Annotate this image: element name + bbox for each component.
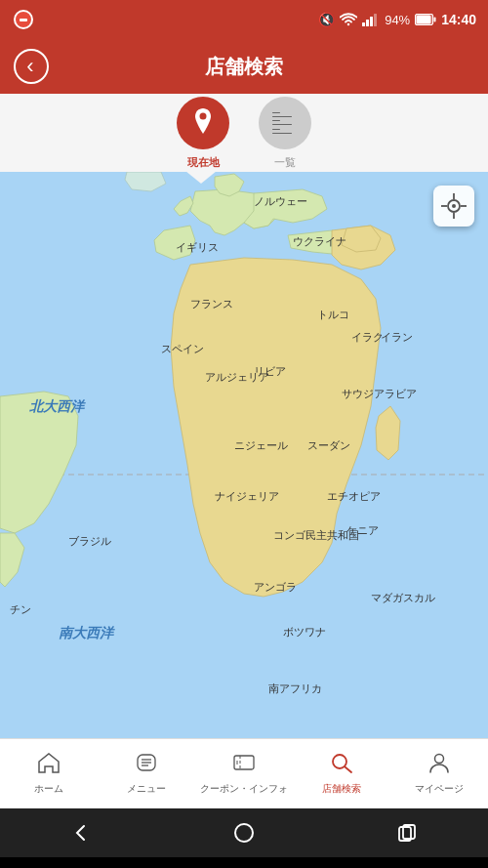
android-nav-bar xyxy=(0,808,488,857)
tab-current-location[interactable]: 現在地 xyxy=(177,97,229,170)
status-icons: 🔇 94% 14:40 xyxy=(318,12,476,27)
list-circle xyxy=(259,97,311,149)
tab-chevron xyxy=(185,171,217,184)
svg-rect-3 xyxy=(374,14,377,26)
battery-icon xyxy=(415,14,436,25)
svg-rect-6 xyxy=(434,18,436,22)
header: 店舗検索 xyxy=(0,39,488,94)
nav-coupon[interactable]: クーポン・インフォ xyxy=(195,752,293,796)
svg-point-22 xyxy=(435,755,444,764)
current-location-circle xyxy=(177,97,229,149)
back-button[interactable] xyxy=(14,49,49,84)
nav-menu-label: メニュー xyxy=(127,782,166,796)
tab-list-label: 一覧 xyxy=(274,155,296,170)
nav-store-search-label: 店舗検索 xyxy=(322,782,361,796)
svg-rect-2 xyxy=(370,17,373,26)
svg-point-11 xyxy=(452,204,456,208)
nav-mypage[interactable]: マイページ xyxy=(390,752,488,796)
list-icon xyxy=(272,112,298,134)
tab-current-label: 現在地 xyxy=(187,155,220,170)
battery-level: 94% xyxy=(385,13,410,27)
svg-rect-5 xyxy=(417,16,431,24)
page-title: 店舗検索 xyxy=(205,54,283,80)
android-home-button[interactable] xyxy=(229,818,259,847)
signal-icon xyxy=(362,13,380,26)
coupon-icon xyxy=(232,752,256,779)
svg-line-21 xyxy=(346,767,352,773)
nav-home-label: ホーム xyxy=(34,782,63,796)
map-area[interactable]: ノルウェーイギリスフランススペインウクライナトルコイラクイランサウジアラビアアル… xyxy=(0,172,488,738)
bottom-nav: ホーム メニュー クーポン・インフォ 店舗検索 マイページ xyxy=(0,738,488,808)
android-back-button[interactable] xyxy=(66,818,96,847)
mute-icon: 🔇 xyxy=(318,12,335,27)
menu-icon xyxy=(135,752,158,779)
svg-rect-0 xyxy=(362,22,365,26)
nav-store-search[interactable]: 店舗検索 xyxy=(293,752,390,796)
android-recents-button[interactable] xyxy=(392,818,422,847)
tab-row: 現在地 一覧 xyxy=(0,94,488,172)
status-bar: 🔇 94% 14:40 xyxy=(0,0,488,39)
wifi-icon xyxy=(340,13,357,26)
map-svg xyxy=(0,172,488,738)
svg-point-23 xyxy=(235,824,253,842)
svg-rect-1 xyxy=(366,20,369,26)
svg-rect-19 xyxy=(234,756,254,769)
locate-button[interactable] xyxy=(433,186,474,227)
nav-coupon-label: クーポン・インフォ xyxy=(200,782,288,796)
location-pin-icon xyxy=(191,108,215,138)
nav-mypage-label: マイページ xyxy=(415,782,464,796)
search-icon xyxy=(330,752,353,779)
stop-icon xyxy=(14,10,33,29)
home-icon xyxy=(37,752,61,779)
crosshair-icon xyxy=(441,193,467,219)
nav-home[interactable]: ホーム xyxy=(0,752,98,796)
person-icon xyxy=(427,752,451,779)
svg-point-7 xyxy=(200,112,207,119)
time-display: 14:40 xyxy=(441,12,476,27)
tab-list[interactable]: 一覧 xyxy=(259,97,311,170)
nav-menu[interactable]: メニュー xyxy=(98,752,195,796)
